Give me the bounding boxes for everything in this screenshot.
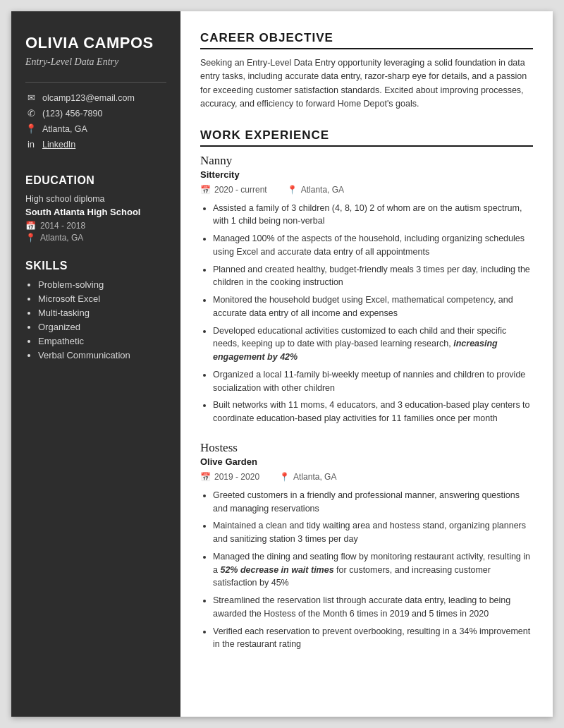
candidate-name: OLIVIA CAMPOS — [25, 34, 166, 52]
bullet-item: Assisted a family of 3 children (4, 8, 1… — [213, 202, 533, 229]
skills-section: SKILLS Problem-solving Microsoft Excel M… — [25, 260, 166, 364]
skill-item: Multi-tasking — [38, 308, 166, 318]
candidate-title: Entry-Level Data Entry — [25, 56, 166, 68]
skill-item: Problem-solving — [38, 279, 166, 290]
work-experience-section: WORK EXPERIENCE Nanny Sittercity 📅 2020 … — [200, 128, 533, 652]
job-company-hostess: Olive Garden — [200, 456, 533, 467]
job-title-nanny: Nanny — [200, 154, 533, 168]
phone-icon: ✆ — [25, 108, 37, 119]
job-location-hostess: 📍 Atlanta, GA — [279, 472, 336, 482]
skill-item: Microsoft Excel — [38, 293, 166, 304]
bullet-item: Monitored the household budget using Exc… — [213, 293, 533, 320]
job-location-nanny: 📍 Atlanta, GA — [287, 185, 344, 195]
skill-item: Empathetic — [38, 336, 166, 346]
edu-degree: High school diploma — [25, 194, 166, 204]
job-nanny: Nanny Sittercity 📅 2020 - current 📍 Atla… — [200, 154, 533, 425]
job-dates-hostess: 📅 2019 - 2020 — [200, 472, 259, 482]
linkedin-item[interactable]: in LinkedIn — [25, 139, 166, 150]
education-title: EDUCATION — [25, 174, 166, 187]
job-meta-nanny: 📅 2020 - current 📍 Atlanta, GA — [200, 185, 533, 195]
bullet-item: Maintained a clean and tidy waiting area… — [213, 519, 533, 546]
skill-item: Verbal Communication — [38, 350, 166, 360]
calendar-icon: 📅 — [200, 185, 211, 195]
bullet-item: Developed educational activities customi… — [213, 324, 533, 364]
bullet-item: Planned and created healthy, budget-frie… — [213, 263, 533, 290]
phone-item: ✆ (123) 456-7890 — [25, 108, 166, 119]
job-company-nanny: Sittercity — [200, 169, 533, 180]
location-icon: 📍 — [279, 472, 290, 482]
resume-wrapper: OLIVIA CAMPOS Entry-Level Data Entry ✉ o… — [11, 11, 553, 717]
linkedin-link[interactable]: LinkedIn — [42, 140, 75, 150]
education-section: EDUCATION High school diploma South Atla… — [25, 174, 166, 243]
edu-years: 📅 2014 - 2018 — [25, 221, 166, 231]
location-icon: 📍 — [25, 123, 37, 134]
edu-school: South Atlanta High School — [25, 207, 166, 217]
bullet-item: Managed 100% of the aspects of the house… — [213, 232, 533, 259]
job-meta-hostess: 📅 2019 - 2020 📍 Atlanta, GA — [200, 472, 533, 482]
main-content: CAREER OBJECTIVE Seeking an Entry-Level … — [180, 11, 553, 717]
skills-title: SKILLS — [25, 260, 166, 272]
skill-item: Organized — [38, 322, 166, 332]
work-experience-title: WORK EXPERIENCE — [200, 128, 533, 147]
job-dates-nanny: 📅 2020 - current — [200, 185, 267, 195]
email-item: ✉ olcamp123@email.com — [25, 92, 166, 103]
calendar-icon: 📅 — [25, 221, 36, 231]
bullet-item: Streamlined the reservation list through… — [213, 594, 533, 621]
linkedin-icon: in — [25, 139, 37, 150]
bullet-item: Verified each reservation to prevent ove… — [213, 625, 533, 652]
edu-location: 📍 Atlanta, GA — [25, 233, 166, 243]
job-title-hostess: Hostess — [200, 441, 533, 455]
job-hostess: Hostess Olive Garden 📅 2019 - 2020 📍 Atl… — [200, 441, 533, 651]
career-objective-text: Seeking an Entry-Level Data Entry opport… — [200, 56, 533, 111]
job-bullets-nanny: Assisted a family of 3 children (4, 8, 1… — [200, 202, 533, 425]
bullet-item: Managed the dining and seating flow by m… — [213, 550, 533, 590]
calendar-icon: 📅 — [200, 472, 211, 482]
email-icon: ✉ — [25, 92, 37, 103]
sidebar: OLIVIA CAMPOS Entry-Level Data Entry ✉ o… — [11, 11, 180, 717]
contact-section: ✉ olcamp123@email.com ✆ (123) 456-7890 📍… — [25, 82, 166, 154]
phone-value: (123) 456-7890 — [42, 109, 102, 119]
location-value: Atlanta, GA — [42, 124, 87, 134]
skills-list: Problem-solving Microsoft Excel Multi-ta… — [25, 279, 166, 360]
edu-location-icon: 📍 — [25, 233, 36, 243]
career-objective-title: CAREER OBJECTIVE — [200, 31, 533, 49]
bullet-item: Built networks with 11 moms, 4 educators… — [213, 399, 533, 425]
email-value: olcamp123@email.com — [42, 93, 135, 103]
location-item: 📍 Atlanta, GA — [25, 123, 166, 134]
bullet-item: Greeted customers in a friendly and prof… — [213, 489, 533, 516]
bullet-item: Organized a local 11-family bi-weekly me… — [213, 368, 533, 395]
career-objective-section: CAREER OBJECTIVE Seeking an Entry-Level … — [200, 31, 533, 111]
location-icon: 📍 — [287, 185, 298, 195]
job-bullets-hostess: Greeted customers in a friendly and prof… — [200, 489, 533, 651]
